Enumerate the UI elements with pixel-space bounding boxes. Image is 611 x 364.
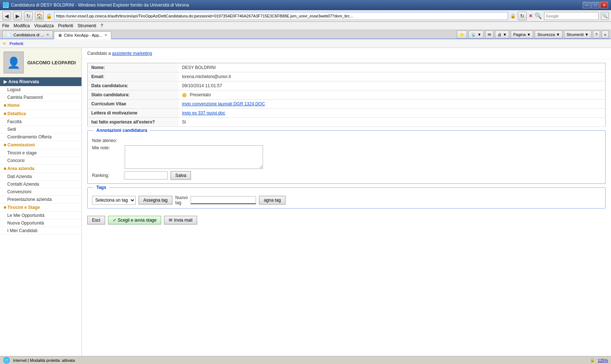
table-row: Lettera di motivazione invio ex 337 nuov… bbox=[88, 109, 606, 118]
sidebar-coordinamento[interactable]: Coordinamento Offerta bbox=[0, 133, 81, 141]
main-content: Candidato a assistente marketing Nome: D… bbox=[82, 48, 611, 356]
sidebar-nuova-opportunita[interactable]: Nuova Opportunità bbox=[0, 219, 81, 227]
nuovo-tag-label: Nuovo tag bbox=[175, 195, 188, 205]
cv-link[interactable]: invio convenzione laureati DGR 1324.DOC bbox=[182, 101, 265, 106]
label-estero: hai fatto esperienze all'estero? bbox=[88, 118, 179, 127]
invia-mail-label: Invia mail bbox=[174, 218, 192, 223]
sidebar-area-azienda[interactable]: ■ Area azienda bbox=[0, 165, 81, 173]
forward-button[interactable]: ▶ bbox=[13, 12, 22, 20]
sidebar-sedi[interactable]: Sedi bbox=[0, 126, 81, 133]
sicurezza-btn[interactable]: Sicurezza ▼ bbox=[535, 31, 562, 39]
print-btn[interactable]: 🖨 ▼ bbox=[495, 31, 509, 39]
menu-modifica[interactable]: Modifica bbox=[13, 23, 30, 28]
menu-file[interactable]: File bbox=[2, 23, 9, 28]
sidebar-concorsi[interactable]: Concorsi bbox=[0, 157, 81, 165]
tab-close-2[interactable]: ✕ bbox=[104, 33, 107, 37]
sidebar-didattica[interactable]: ■ Didattica bbox=[0, 110, 81, 118]
action-bar: Esci ✔ Scegli e avvia stage ✉ Invia mail bbox=[82, 212, 611, 228]
annotazioni-content: Note ateneo: Mie note: Ranking: Salva bbox=[88, 135, 605, 183]
menu-visualizza[interactable]: Visualizza bbox=[34, 23, 54, 28]
sidebar-tirocini-stage-section[interactable]: ■ Tirocini e Stage bbox=[0, 203, 81, 212]
refresh-button[interactable]: ↻ bbox=[24, 12, 33, 20]
mie-note-row: Mie note: bbox=[92, 145, 601, 169]
back-button[interactable]: ◀ bbox=[2, 12, 11, 20]
tags-controls: Seleziona un tag Assegna tag Nuovo tag a… bbox=[88, 192, 605, 208]
mie-note-label: Mie note: bbox=[92, 145, 121, 150]
scegli-avvia-button[interactable]: ✔ Scegli e avvia stage bbox=[108, 216, 161, 225]
sidebar-home[interactable]: ■ Home bbox=[0, 101, 81, 110]
zoom-level[interactable]: 125% bbox=[598, 358, 608, 363]
search-button[interactable]: 🔍 bbox=[601, 12, 609, 20]
sidebar-facolta[interactable]: Facoltà bbox=[0, 118, 81, 126]
pagina-btn[interactable]: Pagina ▼ bbox=[511, 31, 533, 39]
lettera-link[interactable]: invio ex 337 nuovi.doc bbox=[182, 110, 225, 116]
salva-button[interactable]: Salva bbox=[171, 171, 191, 180]
refresh-address-button[interactable]: ↻ bbox=[518, 12, 527, 20]
search-engine-icon: 🔍 bbox=[535, 12, 542, 19]
ranking-input[interactable] bbox=[124, 171, 168, 179]
note-ateneo-label: Note ateneo: bbox=[92, 138, 121, 143]
favorites-link[interactable]: Preferiti bbox=[9, 41, 23, 46]
mail-btn[interactable]: ✉ bbox=[485, 31, 494, 39]
tab-favicon-1: 📄 bbox=[6, 32, 11, 37]
close-button[interactable]: ✕ bbox=[600, 2, 608, 8]
area-riservata-label: Area Riservata bbox=[8, 79, 39, 84]
profile-name: GIACOMO LEOPARDI bbox=[27, 60, 76, 65]
sidebar-presentazione-azienda[interactable]: Presentazione azienda bbox=[0, 196, 81, 203]
nuovo-tag-input[interactable] bbox=[191, 196, 256, 204]
tab-label-2: Citrix XenApp - App... bbox=[64, 33, 102, 37]
sidebar-dati-azienda[interactable]: Dati Azienda bbox=[0, 173, 81, 181]
table-row: Stato candidatura: Presentato bbox=[88, 90, 606, 100]
invia-mail-button[interactable]: ✉ Invia mail bbox=[164, 216, 197, 225]
sidebar-convenzioni[interactable]: Convenzioni bbox=[0, 188, 81, 196]
sidebar-logout[interactable]: Logout bbox=[0, 86, 81, 94]
tab-label-1: Candidatura di ... bbox=[13, 33, 44, 37]
sidebar-cambia-password[interactable]: Cambia Password bbox=[0, 94, 81, 101]
star-icon: ★ bbox=[2, 41, 7, 46]
tab-candidatura[interactable]: 📄 Candidatura di ... ✕ bbox=[2, 31, 53, 39]
tab-favicon-2: 🖥 bbox=[58, 33, 62, 37]
search-input[interactable] bbox=[544, 12, 599, 20]
value-estero: Sì bbox=[179, 118, 606, 127]
tab-citrix[interactable]: 🖥 Citrix XenApp - App... ✕ bbox=[54, 31, 111, 39]
table-row: Data candidatura: 09/10/2014 11:01:57 bbox=[88, 81, 606, 90]
help-btn[interactable]: ? bbox=[593, 31, 600, 39]
segna-tag-button[interactable]: agna tag bbox=[259, 196, 285, 205]
strumenti-btn[interactable]: Strumenti ▼ bbox=[564, 31, 591, 39]
home-button[interactable]: 🏠 bbox=[35, 12, 44, 20]
sidebar-commissioni[interactable]: ■ Commissioni bbox=[0, 141, 81, 149]
menu-help[interactable]: ? bbox=[101, 23, 103, 28]
favorites-btn[interactable]: ⭐ bbox=[457, 31, 467, 39]
table-row: Curriculum Vitae invio convenzione laure… bbox=[88, 100, 606, 109]
annotazioni-title: Annotazioni candidatura bbox=[93, 127, 150, 134]
table-row: hai fatto esperienze all'estero? Sì bbox=[88, 118, 606, 127]
window-title: Candidatura di DESY BOLDRINI - Windows I… bbox=[11, 3, 189, 8]
sidebar-area-riservata[interactable]: ▶ Area Riservata bbox=[0, 77, 81, 86]
mie-note-textarea[interactable] bbox=[125, 145, 263, 169]
menu-bar: File Modifica Visualizza Preferiti Strum… bbox=[0, 22, 611, 30]
position-link[interactable]: assistente marketing bbox=[112, 51, 152, 56]
minimize-button[interactable]: ─ bbox=[583, 2, 591, 8]
favorites-bar: ★ Preferiti bbox=[0, 39, 611, 48]
label-stato: Stato candidatura: bbox=[88, 90, 179, 100]
menu-strumenti[interactable]: Strumenti bbox=[77, 23, 96, 28]
maximize-button[interactable]: □ bbox=[591, 2, 599, 8]
sidebar-tirocini-stage[interactable]: Tirocini e stage bbox=[0, 149, 81, 157]
sidebar-i-miei-candidati[interactable]: I Miei Candidati bbox=[0, 227, 81, 235]
x-icon: ✕ bbox=[529, 13, 532, 19]
title-bar: 🌐 Candidatura di DESY BOLDRINI - Windows… bbox=[0, 0, 611, 10]
feeds-btn[interactable]: 📡 ▼ bbox=[468, 31, 484, 39]
sidebar: 👤 GIACOMO LEOPARDI ▶ Area Riservata Logo… bbox=[0, 48, 82, 356]
status-zone: Internet | Modalità protetta: attivata bbox=[13, 358, 75, 363]
assegna-tag-button[interactable]: Assegna tag bbox=[139, 196, 172, 205]
label-nome: Nome: bbox=[88, 63, 179, 72]
address-input[interactable] bbox=[54, 12, 508, 20]
sidebar-contatti-azienda[interactable]: Contatti Azienda bbox=[0, 181, 81, 188]
tag-select[interactable]: Seleziona un tag bbox=[92, 196, 136, 205]
tab-close-1[interactable]: ✕ bbox=[46, 33, 49, 37]
expand-btn[interactable]: » bbox=[602, 31, 609, 39]
menu-preferiti[interactable]: Preferiti bbox=[58, 23, 73, 28]
value-cv: invio convenzione laureati DGR 1324.DOC bbox=[179, 100, 606, 109]
sidebar-le-mie-opportunita[interactable]: Le Mie Opportunità bbox=[0, 212, 81, 219]
esci-button[interactable]: Esci bbox=[87, 216, 105, 225]
